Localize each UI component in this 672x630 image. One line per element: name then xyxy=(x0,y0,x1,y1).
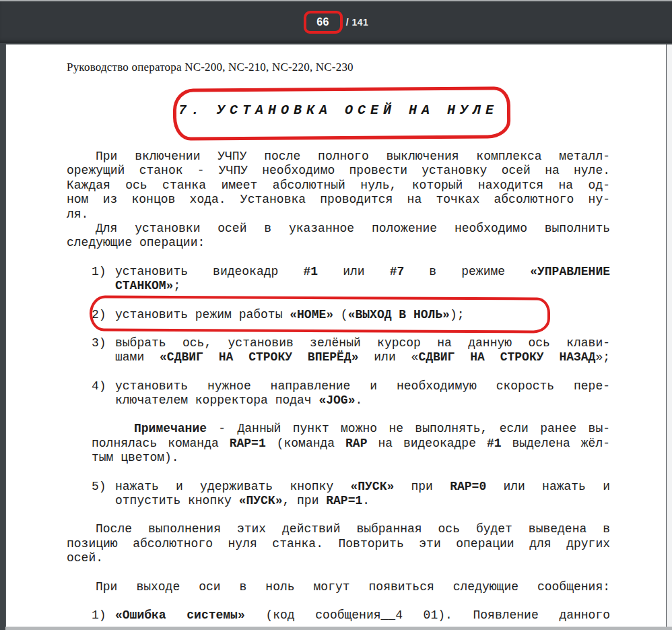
text-run: тым цветом). xyxy=(92,451,179,464)
annotation-box-title xyxy=(173,86,511,140)
text-run: установить видеокадр xyxy=(115,265,303,278)
list-marker: 4) xyxy=(92,379,106,393)
text-line: При включении УЧПУ после полного выключе… xyxy=(67,150,610,164)
text-run: установить нужное направление и необходи… xyxy=(115,379,610,393)
text-run: (код сообщения xyxy=(245,608,381,622)
text-run: - Данный пункт можно не выполнять, если … xyxy=(207,422,610,435)
text-run: Каждая ось станка имеет абсолютный нуль,… xyxy=(67,179,610,192)
bold-text-run: RAP=1 xyxy=(326,494,362,507)
text-run: После выполнения этих действий выбранная… xyxy=(96,522,610,536)
text-run: на видеокадре xyxy=(367,437,486,450)
text-run: выбрать ось, установив зелёный курсор на… xyxy=(115,336,610,350)
pdf-viewer-window: { "toolbar": { "current_page": "66", "pa… xyxy=(0,0,672,630)
text-run: , при xyxy=(282,494,326,507)
text-run: при xyxy=(394,480,450,493)
bold-text-run: СТАНКОМ» xyxy=(115,279,173,292)
text-line: следующие операции: xyxy=(67,236,610,250)
bold-text-run: RAP xyxy=(345,437,367,450)
text-line: СТАНКОМ»; xyxy=(115,279,610,293)
bold-text-run: Примечание xyxy=(134,422,207,435)
text-run: __ xyxy=(381,608,396,622)
text-run: (команда xyxy=(266,437,345,450)
bold-text-run: RAP=1 xyxy=(230,437,266,450)
text-line: осей. xyxy=(67,551,610,565)
text-run: 4 01). Появление данного xyxy=(395,608,610,622)
note-block: Примечание - Данный пункт можно не выпол… xyxy=(67,422,610,465)
bold-text-run: СДВИГ НА СТРОКУ НАЗАД xyxy=(418,350,595,364)
annotation-box-page-number: 66 xyxy=(304,11,343,34)
list-marker: 3) xyxy=(92,336,106,350)
text-run: следующие операции: xyxy=(67,236,205,249)
text-run: нажать и удерживать кнопку xyxy=(115,480,350,493)
text-line: Для установки осей в указанное положение… xyxy=(67,222,610,236)
text-line: тым цветом). xyxy=(92,451,610,465)
text-line: Каждая ось станка имеет абсолютный нуль,… xyxy=(67,179,610,193)
text-run: или « xyxy=(358,350,418,364)
bold-text-run: «УПРАВЛЕНИЕ xyxy=(530,265,610,278)
text-run: . xyxy=(355,393,362,407)
text-run: При включении УЧПУ после полного выключе… xyxy=(96,150,610,163)
text-line: ном из концов хода. Установка проводится… xyxy=(67,193,610,207)
text-line: нажать и удерживать кнопку «ПУСК» при RA… xyxy=(115,480,610,494)
text-run: отпустить кнопку xyxy=(115,494,239,507)
bold-text-run: #1 xyxy=(303,265,318,278)
text-run: или xyxy=(318,265,390,278)
text-run: ном из концов хода. Установка проводится… xyxy=(67,193,610,206)
text-line: выбрать ось, установив зелёный курсор на… xyxy=(115,336,610,350)
text-run: выделена жёл- xyxy=(502,437,611,450)
text-run: шами xyxy=(115,350,160,364)
text-line: «Ошибка системы» (код сообщения__4 01). … xyxy=(115,608,610,623)
list-marker: 1) xyxy=(92,608,106,623)
text-run: ля. xyxy=(67,208,88,221)
list-item: 1)«Ошибка системы» (код сообщения__4 01)… xyxy=(67,608,610,623)
pdf-page: Руководство оператора NC-200, NC-210, NC… xyxy=(5,44,667,627)
paragraph: Для установки осей в указанное положение… xyxy=(67,222,610,251)
page-bottom-edge xyxy=(5,627,672,630)
scrollbar-track[interactable] xyxy=(667,44,672,630)
bold-text-run: «JOG» xyxy=(318,393,355,407)
list-item: 4)установить нужное направление и необхо… xyxy=(67,379,610,408)
text-run: полнялась команда xyxy=(92,437,230,450)
text-line: орежущий станок - УЧПУ необходимо провес… xyxy=(67,164,610,178)
text-run: позицию абсолютного нуля станка. Повтори… xyxy=(67,537,610,550)
page-separator: / xyxy=(346,17,349,28)
document-viewer: Руководство оператора NC-200, NC-210, NC… xyxy=(0,44,672,630)
text-run: При выходе оси в ноль могут появиться сл… xyxy=(96,580,610,594)
page-indicator: 66 / 141 xyxy=(304,11,369,34)
text-line: полнялась команда RAP=1 (команда RAP на … xyxy=(92,437,610,451)
paragraph: После выполнения этих действий выбранная… xyxy=(67,522,610,565)
text-line: При выходе оси в ноль могут появиться сл… xyxy=(67,580,610,594)
text-line: позицию абсолютного нуля станка. Повтори… xyxy=(67,537,610,551)
text-line: установить видеокадр #1 или #7 в режиме … xyxy=(115,265,610,279)
list-item: 5)нажать и удерживать кнопку «ПУСК» при … xyxy=(67,480,610,509)
text-run: Для установки осей в указанное положение… xyxy=(96,222,610,235)
text-run: орежущий станок - УЧПУ необходимо провес… xyxy=(67,164,610,177)
text-line: Примечание - Данный пункт можно не выпол… xyxy=(92,422,610,436)
text-line: отпустить кнопку «ПУСК», при RAP=1. xyxy=(115,494,610,508)
total-page-count: 141 xyxy=(352,17,369,28)
bold-text-run: #1 xyxy=(487,437,502,450)
list-item: 1)установить видеокадр #1 или #7 в режим… xyxy=(67,265,610,294)
text-run: в режиме xyxy=(404,265,530,278)
bold-text-run: «ПУСК» xyxy=(350,480,394,493)
text-run: ; xyxy=(173,279,180,292)
bold-text-run: RAP=0 xyxy=(450,480,486,493)
text-line: ля. xyxy=(67,208,610,222)
bold-text-run: «СДВИГ НА СТРОКУ ВПЕРЁД» xyxy=(160,350,358,364)
text-run: или нажать и xyxy=(486,480,610,493)
text-line: установить нужное направление и необходи… xyxy=(115,379,610,393)
document-header: Руководство оператора NC-200, NC-210, NC… xyxy=(67,61,354,74)
text-run: . xyxy=(362,494,370,507)
text-run: »; xyxy=(595,350,610,364)
document-body: При включении УЧПУ после полного выключе… xyxy=(67,150,610,623)
text-run: осей. xyxy=(67,551,103,565)
annotation-box-step2 xyxy=(90,296,550,334)
list-item: 3)выбрать ось, установив зелёный курсор … xyxy=(67,336,610,365)
list-marker: 1) xyxy=(92,265,106,279)
text-run: ключателем корректора подач xyxy=(115,393,318,407)
bold-text-run: «Ошибка системы» xyxy=(115,608,245,622)
viewer-toolbar: 66 / 141 xyxy=(0,0,672,43)
paragraph: При выходе оси в ноль могут появиться сл… xyxy=(67,580,610,594)
current-page-number[interactable]: 66 xyxy=(316,16,329,28)
text-line: После выполнения этих действий выбранная… xyxy=(67,522,610,536)
